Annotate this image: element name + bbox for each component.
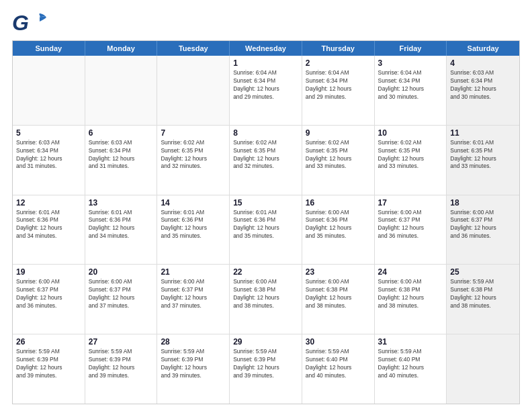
cell-info: Sunrise: 6:02 AMSunset: 6:35 PMDaylight:… bbox=[233, 139, 298, 171]
day-number: 14 bbox=[161, 198, 226, 208]
calendar-cell bbox=[13, 56, 85, 125]
calendar-cell: 1Sunrise: 6:04 AMSunset: 6:34 PMDaylight… bbox=[230, 56, 302, 125]
calendar-cell: 14Sunrise: 6:01 AMSunset: 6:36 PMDayligh… bbox=[157, 195, 230, 265]
cell-info: Sunrise: 6:00 AMSunset: 6:38 PMDaylight:… bbox=[306, 278, 371, 310]
day-number: 26 bbox=[16, 337, 81, 347]
day-number: 12 bbox=[16, 198, 81, 208]
calendar-week-5: 26Sunrise: 5:59 AMSunset: 6:39 PMDayligh… bbox=[13, 334, 519, 404]
day-number: 4 bbox=[450, 58, 516, 68]
day-number: 18 bbox=[450, 198, 516, 208]
cell-info: Sunrise: 6:02 AMSunset: 6:35 PMDaylight:… bbox=[378, 139, 443, 171]
day-number: 21 bbox=[161, 267, 226, 277]
cell-info: Sunrise: 6:00 AMSunset: 6:37 PMDaylight:… bbox=[161, 278, 226, 310]
cell-info: Sunrise: 5:59 AMSunset: 6:40 PMDaylight:… bbox=[378, 348, 443, 380]
day-header-tuesday: Tuesday bbox=[157, 41, 230, 56]
day-number: 23 bbox=[306, 267, 371, 277]
cell-info: Sunrise: 6:03 AMSunset: 6:34 PMDaylight:… bbox=[89, 139, 154, 171]
calendar-week-4: 19Sunrise: 6:00 AMSunset: 6:37 PMDayligh… bbox=[13, 265, 519, 334]
calendar-cell: 11Sunrise: 6:01 AMSunset: 6:35 PMDayligh… bbox=[447, 126, 519, 195]
calendar-cell: 7Sunrise: 6:02 AMSunset: 6:35 PMDaylight… bbox=[157, 126, 230, 195]
cell-info: Sunrise: 6:00 AMSunset: 6:38 PMDaylight:… bbox=[233, 278, 298, 310]
calendar-cell: 21Sunrise: 6:00 AMSunset: 6:37 PMDayligh… bbox=[157, 265, 230, 334]
cell-info: Sunrise: 6:01 AMSunset: 6:36 PMDaylight:… bbox=[16, 209, 81, 241]
calendar-week-3: 12Sunrise: 6:01 AMSunset: 6:36 PMDayligh… bbox=[13, 195, 519, 265]
calendar-cell: 15Sunrise: 6:01 AMSunset: 6:36 PMDayligh… bbox=[230, 195, 302, 265]
cell-info: Sunrise: 6:00 AMSunset: 6:37 PMDaylight:… bbox=[450, 209, 516, 241]
day-number: 31 bbox=[378, 337, 443, 347]
calendar: SundayMondayTuesdayWednesdayThursdayFrid… bbox=[12, 40, 520, 404]
logo: G bbox=[12, 12, 50, 34]
calendar-cell: 13Sunrise: 6:01 AMSunset: 6:36 PMDayligh… bbox=[85, 195, 158, 265]
cell-info: Sunrise: 6:00 AMSunset: 6:37 PMDaylight:… bbox=[378, 209, 443, 241]
calendar-cell: 4Sunrise: 6:03 AMSunset: 6:34 PMDaylight… bbox=[447, 56, 519, 125]
day-number: 22 bbox=[233, 267, 298, 277]
cell-info: Sunrise: 6:01 AMSunset: 6:35 PMDaylight:… bbox=[450, 139, 516, 171]
calendar-cell bbox=[157, 56, 230, 125]
calendar-cell: 27Sunrise: 5:59 AMSunset: 6:39 PMDayligh… bbox=[85, 334, 158, 404]
day-header-wednesday: Wednesday bbox=[230, 41, 302, 56]
logo-g-letter: G bbox=[12, 12, 29, 34]
day-number: 15 bbox=[233, 198, 298, 208]
day-number: 6 bbox=[89, 128, 154, 138]
cell-info: Sunrise: 5:59 AMSunset: 6:39 PMDaylight:… bbox=[16, 348, 81, 380]
day-number: 17 bbox=[378, 198, 443, 208]
cell-info: Sunrise: 5:59 AMSunset: 6:38 PMDaylight:… bbox=[450, 278, 516, 310]
cell-info: Sunrise: 6:00 AMSunset: 6:36 PMDaylight:… bbox=[306, 209, 371, 241]
day-header-sunday: Sunday bbox=[13, 41, 85, 56]
day-header-thursday: Thursday bbox=[302, 41, 375, 56]
logo-bird-icon bbox=[32, 12, 48, 31]
day-number: 8 bbox=[233, 128, 298, 138]
cell-info: Sunrise: 5:59 AMSunset: 6:40 PMDaylight:… bbox=[306, 348, 371, 380]
day-number: 7 bbox=[161, 128, 226, 138]
calendar-cell: 3Sunrise: 6:04 AMSunset: 6:34 PMDaylight… bbox=[375, 56, 447, 125]
day-number: 25 bbox=[450, 267, 516, 277]
cell-info: Sunrise: 6:03 AMSunset: 6:34 PMDaylight:… bbox=[450, 69, 516, 101]
calendar-cell: 18Sunrise: 6:00 AMSunset: 6:37 PMDayligh… bbox=[447, 195, 519, 265]
calendar-cell: 25Sunrise: 5:59 AMSunset: 6:38 PMDayligh… bbox=[447, 265, 519, 334]
calendar-cell: 23Sunrise: 6:00 AMSunset: 6:38 PMDayligh… bbox=[302, 265, 375, 334]
day-number: 1 bbox=[233, 58, 298, 68]
day-number: 10 bbox=[378, 128, 443, 138]
calendar-cell: 20Sunrise: 6:00 AMSunset: 6:37 PMDayligh… bbox=[85, 265, 158, 334]
calendar-cell: 5Sunrise: 6:03 AMSunset: 6:34 PMDaylight… bbox=[13, 126, 85, 195]
calendar-cell: 8Sunrise: 6:02 AMSunset: 6:35 PMDaylight… bbox=[230, 126, 302, 195]
day-number: 13 bbox=[89, 198, 154, 208]
day-number: 2 bbox=[306, 58, 371, 68]
day-number: 16 bbox=[306, 198, 371, 208]
cell-info: Sunrise: 6:02 AMSunset: 6:35 PMDaylight:… bbox=[306, 139, 371, 171]
calendar-cell: 29Sunrise: 5:59 AMSunset: 6:39 PMDayligh… bbox=[230, 334, 302, 404]
cell-info: Sunrise: 6:01 AMSunset: 6:36 PMDaylight:… bbox=[89, 209, 154, 241]
cell-info: Sunrise: 6:00 AMSunset: 6:38 PMDaylight:… bbox=[378, 278, 443, 310]
calendar-cell bbox=[447, 334, 519, 404]
day-number: 9 bbox=[306, 128, 371, 138]
day-number: 20 bbox=[89, 267, 154, 277]
day-number: 29 bbox=[233, 337, 298, 347]
cell-info: Sunrise: 6:04 AMSunset: 6:34 PMDaylight:… bbox=[378, 69, 443, 101]
calendar-cell: 17Sunrise: 6:00 AMSunset: 6:37 PMDayligh… bbox=[375, 195, 447, 265]
calendar-cell: 19Sunrise: 6:00 AMSunset: 6:37 PMDayligh… bbox=[13, 265, 85, 334]
calendar-cell: 24Sunrise: 6:00 AMSunset: 6:38 PMDayligh… bbox=[375, 265, 447, 334]
calendar-cell bbox=[85, 56, 158, 125]
day-number: 24 bbox=[378, 267, 443, 277]
day-header-saturday: Saturday bbox=[447, 41, 519, 56]
calendar-cell: 6Sunrise: 6:03 AMSunset: 6:34 PMDaylight… bbox=[85, 126, 158, 195]
calendar-header: SundayMondayTuesdayWednesdayThursdayFrid… bbox=[13, 41, 519, 56]
header: G bbox=[12, 12, 520, 34]
calendar-cell: 9Sunrise: 6:02 AMSunset: 6:35 PMDaylight… bbox=[302, 126, 375, 195]
cell-info: Sunrise: 6:04 AMSunset: 6:34 PMDaylight:… bbox=[233, 69, 298, 101]
page: G SundayMondayTuesdayWednesdayThursdayFr… bbox=[0, 0, 532, 411]
cell-info: Sunrise: 6:03 AMSunset: 6:34 PMDaylight:… bbox=[16, 139, 81, 171]
cell-info: Sunrise: 5:59 AMSunset: 6:39 PMDaylight:… bbox=[161, 348, 226, 380]
calendar-cell: 22Sunrise: 6:00 AMSunset: 6:38 PMDayligh… bbox=[230, 265, 302, 334]
day-header-friday: Friday bbox=[375, 41, 447, 56]
cell-info: Sunrise: 6:02 AMSunset: 6:35 PMDaylight:… bbox=[161, 139, 226, 171]
calendar-week-1: 1Sunrise: 6:04 AMSunset: 6:34 PMDaylight… bbox=[13, 56, 519, 126]
calendar-cell: 31Sunrise: 5:59 AMSunset: 6:40 PMDayligh… bbox=[375, 334, 447, 404]
cell-info: Sunrise: 6:01 AMSunset: 6:36 PMDaylight:… bbox=[161, 209, 226, 241]
day-number: 3 bbox=[378, 58, 443, 68]
calendar-cell: 30Sunrise: 5:59 AMSunset: 6:40 PMDayligh… bbox=[302, 334, 375, 404]
calendar-cell: 16Sunrise: 6:00 AMSunset: 6:36 PMDayligh… bbox=[302, 195, 375, 265]
calendar-cell: 28Sunrise: 5:59 AMSunset: 6:39 PMDayligh… bbox=[157, 334, 230, 404]
day-number: 11 bbox=[450, 128, 516, 138]
day-number: 27 bbox=[89, 337, 154, 347]
